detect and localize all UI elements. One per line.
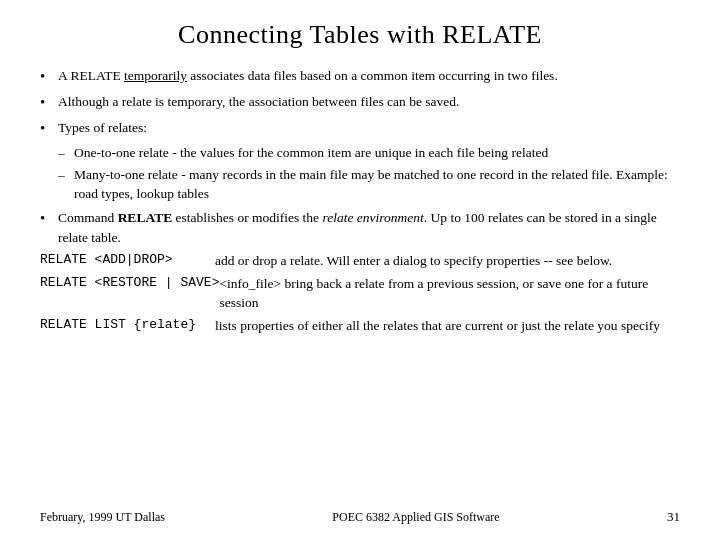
- slide-title: Connecting Tables with RELATE: [40, 20, 680, 50]
- bullet-dot-4: •: [40, 208, 58, 230]
- bullet-dot-3: •: [40, 118, 58, 140]
- footer: February, 1999 UT Dallas POEC 6382 Appli…: [40, 503, 680, 525]
- sub-text-1: One-to-one relate - the values for the c…: [74, 143, 680, 163]
- bullet-item-2: • Although a relate is temporary, the as…: [40, 92, 680, 114]
- cmd-desc-3: lists properties of either all the relat…: [215, 316, 680, 336]
- bullet-dot-2: •: [40, 92, 58, 114]
- sub-dash-1: –: [58, 143, 74, 163]
- command-table: RELATE <ADD|DROP> add or drop a relate. …: [40, 251, 680, 335]
- command-row-3: RELATE LIST {relate} lists properties of…: [40, 316, 680, 336]
- sub-bullet-list: – One-to-one relate - the values for the…: [58, 143, 680, 204]
- bullet-list-2: • Command RELATE establishes or modifies…: [40, 208, 680, 247]
- cmd-label-2: RELATE <RESTORE | SAVE>: [40, 274, 219, 293]
- sub-dash-2: –: [58, 165, 74, 185]
- cmd-label-3: RELATE LIST {relate}: [40, 316, 215, 335]
- main-content: • A RELATE temporarily associates data f…: [40, 66, 680, 503]
- sub-bullet-2: – Many-to-one relate - many records in t…: [58, 165, 680, 204]
- cmd-desc-1: add or drop a relate. Will enter a dialo…: [215, 251, 680, 271]
- bullet-text-3: Types of relates:: [58, 118, 680, 138]
- bullet-list: • A RELATE temporarily associates data f…: [40, 66, 680, 139]
- cmd-desc-2: <info_file> bring back a relate from a p…: [219, 274, 680, 313]
- bullet-item-1: • A RELATE temporarily associates data f…: [40, 66, 680, 88]
- bullet-text-4: Command RELATE establishes or modifies t…: [58, 208, 680, 247]
- sub-bullet-1: – One-to-one relate - the values for the…: [58, 143, 680, 163]
- footer-page-number: 31: [667, 509, 680, 525]
- command-row-2: RELATE <RESTORE | SAVE> <info_file> brin…: [40, 274, 680, 313]
- command-row-1: RELATE <ADD|DROP> add or drop a relate. …: [40, 251, 680, 271]
- bullet-item-3: • Types of relates:: [40, 118, 680, 140]
- footer-left: February, 1999 UT Dallas: [40, 510, 165, 525]
- sub-text-2: Many-to-one relate - many records in the…: [74, 165, 680, 204]
- cmd-label-1: RELATE <ADD|DROP>: [40, 251, 215, 270]
- bullet-dot-1: •: [40, 66, 58, 88]
- bullet-text-1: A RELATE temporarily associates data fil…: [58, 66, 680, 86]
- slide-page: Connecting Tables with RELATE • A RELATE…: [0, 0, 720, 540]
- bullet-text-2: Although a relate is temporary, the asso…: [58, 92, 680, 112]
- bullet-item-4: • Command RELATE establishes or modifies…: [40, 208, 680, 247]
- footer-center: POEC 6382 Applied GIS Software: [332, 510, 499, 525]
